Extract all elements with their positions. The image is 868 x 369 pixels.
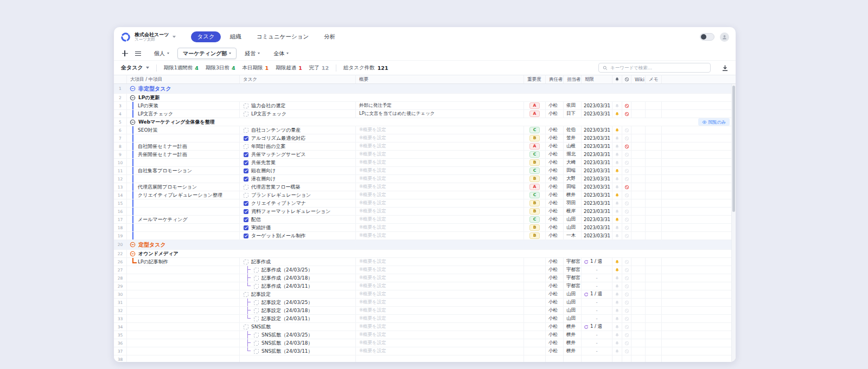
responsible-cell[interactable]: 小松 (546, 183, 564, 191)
alert-cell[interactable] (612, 290, 622, 298)
nav-item[interactable]: コミュニケーション (251, 31, 315, 42)
summary-cell[interactable]: ※概要を設定 (356, 199, 524, 207)
task-row[interactable]: 19ターゲット別メール制作※概要を設定B小松一木2023/03/31 (114, 232, 736, 240)
summary-cell[interactable]: ※概要を設定 (356, 307, 524, 314)
task-cell[interactable]: SNS拡散（24/03/18） (240, 339, 356, 347)
task-checkbox[interactable] (244, 225, 248, 230)
summary-cell[interactable]: ※概要を設定 (356, 151, 524, 158)
category-cell[interactable] (127, 282, 240, 290)
deadline-cell[interactable]: 2023/03/31 (582, 126, 612, 134)
wiki-cell[interactable] (631, 232, 646, 239)
wiki-cell[interactable] (631, 143, 646, 150)
alert-cell[interactable] (612, 274, 622, 282)
importance-cell[interactable] (524, 266, 546, 274)
assignee-cell[interactable]: 山田 (564, 216, 582, 223)
task-row[interactable]: 34SNS拡散※概要を設定小松横井1 / 週 (114, 323, 736, 331)
alert-cell[interactable] (612, 315, 622, 322)
responsible-cell[interactable]: 小松 (546, 224, 564, 231)
column-header-category[interactable]: 大項目 / 中項目 (127, 75, 240, 83)
alert-cell[interactable] (612, 199, 622, 207)
summary-cell[interactable]: ※概要を設定 (356, 323, 524, 331)
task-cell[interactable]: SNS拡散 (240, 323, 356, 331)
responsible-cell[interactable]: 小松 (546, 175, 564, 183)
category-cell[interactable] (127, 224, 240, 231)
summary-cell[interactable]: ※概要を設定 (356, 299, 524, 306)
task-cell[interactable]: 共催マッチングサービス (240, 151, 356, 158)
memo-cell[interactable] (646, 323, 662, 331)
assignee-cell[interactable]: 宇都宮 (564, 282, 582, 290)
importance-cell[interactable]: A (524, 183, 546, 191)
group-row[interactable]: 5Webマーケティング全体像を整理閲覧のみ (114, 118, 736, 126)
memo-cell[interactable] (646, 232, 662, 239)
summary-cell[interactable]: ※概要を設定 (356, 266, 524, 274)
alert-cell[interactable] (612, 355, 622, 362)
alert-cell[interactable] (612, 331, 622, 339)
importance-cell[interactable]: B (524, 232, 546, 239)
summary-cell[interactable]: ※概要を設定 (356, 290, 524, 298)
responsible-cell[interactable]: 小松 (546, 323, 564, 331)
wiki-cell[interactable] (631, 159, 646, 166)
column-header-task[interactable]: タスク (240, 75, 356, 83)
importance-cell[interactable] (524, 299, 546, 306)
deadline-cell[interactable]: 2023/03/31 (582, 102, 612, 109)
category-cell[interactable]: 自社集客プロモーション (127, 167, 240, 174)
assignee-cell[interactable]: 羽田 (564, 199, 582, 207)
category-cell[interactable] (127, 323, 240, 331)
memo-cell[interactable] (646, 110, 662, 118)
search-box[interactable] (598, 63, 711, 73)
memo-cell[interactable] (646, 224, 662, 231)
task-checkbox[interactable] (254, 349, 259, 354)
memo-cell[interactable] (646, 299, 662, 306)
memo-cell[interactable] (646, 274, 662, 282)
summary-cell[interactable]: ※概要を設定 (356, 126, 524, 134)
wiki-cell[interactable] (631, 339, 646, 347)
task-checkbox[interactable] (244, 152, 248, 157)
category-cell[interactable] (127, 175, 240, 183)
category-cell[interactable]: 代理店展開プロモーション (127, 183, 240, 191)
deadline-cell[interactable]: 2023/03/31 (582, 159, 612, 166)
alert-cell[interactable] (612, 323, 622, 331)
memo-cell[interactable] (646, 175, 662, 183)
workspace-selector[interactable]: 株式会社スーツ スーツ太郎 (135, 32, 169, 42)
summary-cell[interactable]: ※概要を設定 (356, 331, 524, 339)
board-tab[interactable]: 全体 (268, 48, 294, 59)
task-cell[interactable]: 顕在層向け (240, 167, 356, 174)
summary-cell[interactable]: ※概要を設定 (356, 339, 524, 347)
wiki-cell[interactable] (631, 258, 646, 266)
alert-cell[interactable] (612, 224, 622, 231)
wiki-cell[interactable] (631, 183, 646, 191)
theme-toggle[interactable] (700, 33, 714, 41)
task-checkbox[interactable] (244, 292, 248, 297)
summary-cell[interactable]: ※概要を設定 (356, 216, 524, 223)
task-row[interactable]: 17メールマーケティング配信※概要を設定C小松山田2023/03/31 (114, 216, 736, 224)
importance-cell[interactable]: C (524, 151, 546, 158)
task-row[interactable]: 18実績評価※概要を設定B小松山田2023/03/31 (114, 224, 736, 232)
task-cell[interactable]: 記事設定（24/03/18） (240, 307, 356, 314)
deadline-cell[interactable]: - (582, 299, 612, 306)
task-row[interactable]: 4LP文言チェックLP文言チェックLPに文言を当てはめた後にチェックA小松日下2… (114, 110, 736, 118)
task-checkbox[interactable] (244, 209, 248, 214)
importance-cell[interactable] (524, 290, 546, 298)
task-row[interactable]: 6SEO対策自社コンテンツの量産※概要を設定C小松佐伯2023/03/31 (114, 126, 736, 134)
responsible-cell[interactable]: 小松 (546, 274, 564, 282)
task-cell[interactable]: ターゲット別メール制作 (240, 232, 356, 239)
memo-cell[interactable] (646, 290, 662, 298)
blocked-cell[interactable] (622, 183, 631, 191)
blocked-cell[interactable] (622, 224, 631, 231)
deadline-cell[interactable]: - (582, 347, 612, 355)
alert-cell[interactable] (612, 307, 622, 314)
column-header-blocked[interactable] (622, 75, 631, 83)
task-checkbox[interactable] (244, 185, 248, 190)
task-row[interactable]: 8自社開催セミナー計画年間計画の立案※概要を設定A小松山根2023/03/31 (114, 143, 736, 151)
alert-cell[interactable] (612, 134, 622, 142)
alert-cell[interactable] (612, 175, 622, 183)
responsible-cell[interactable]: 小松 (546, 331, 564, 339)
deadline-cell[interactable]: - (582, 274, 612, 282)
responsible-cell[interactable]: 小松 (546, 143, 564, 150)
summary-cell[interactable]: ※概要を設定 (356, 274, 524, 282)
section-row[interactable]: 1非定型タスク (114, 84, 736, 94)
deadline-cell[interactable]: 2023/03/31 (582, 224, 612, 231)
assignee-cell[interactable]: 日下 (564, 110, 582, 118)
assignee-cell[interactable]: 山田 (564, 299, 582, 306)
blocked-cell[interactable] (622, 151, 631, 158)
